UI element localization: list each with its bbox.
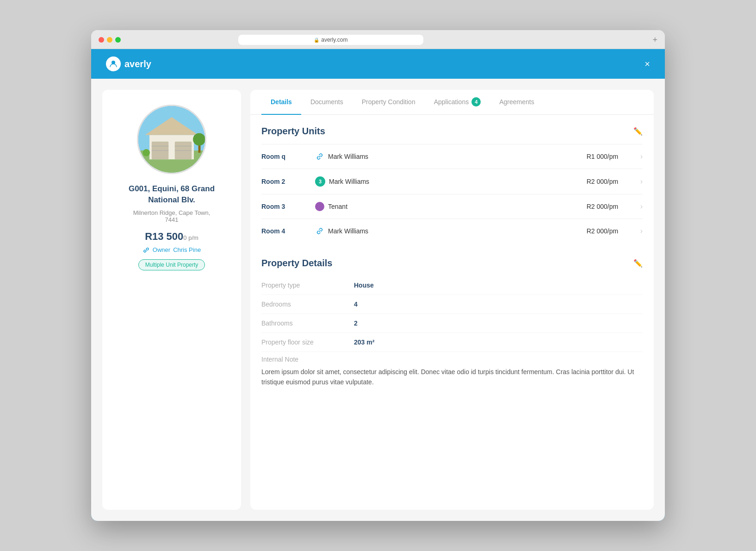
panel-content: Property Units ✏️ Room q Mark Williams: [250, 115, 654, 510]
unit-row[interactable]: Room 3 Tenant R2 000/pm ›: [261, 194, 643, 219]
units-section-title: Property Units: [261, 126, 325, 137]
tabs: Details Documents Property Condition App…: [250, 90, 654, 115]
detail-row: Bathrooms 2: [261, 314, 643, 333]
app-body: G001, Equini, 68 Grand National Blv. Mil…: [91, 79, 665, 521]
units-edit-button[interactable]: ✏️: [633, 127, 643, 136]
tenant-avatar-circle: [315, 202, 324, 211]
unit-name: Room 4: [261, 227, 308, 235]
chevron-right-icon: ›: [640, 202, 643, 211]
svg-point-12: [193, 133, 205, 146]
browser-dots: [99, 37, 121, 43]
tab-details[interactable]: Details: [261, 90, 301, 115]
unit-price: R2 000/pm: [587, 178, 633, 185]
right-panel: Details Documents Property Condition App…: [250, 90, 654, 510]
unit-row[interactable]: Room q Mark Williams R1 000/pm ›: [261, 144, 643, 169]
internal-note-label: Internal Note: [261, 356, 643, 363]
logo-text: averly: [124, 59, 151, 69]
unit-tenant: Mark Williams: [315, 226, 579, 236]
close-button[interactable]: ×: [644, 59, 650, 69]
property-badge: Multiple Unit Property: [138, 259, 205, 270]
details-edit-button[interactable]: ✏️: [633, 259, 643, 268]
property-units-section: Property Units ✏️ Room q Mark Williams: [261, 126, 643, 243]
browser-window: 🔒 averly.com + averly ×: [91, 30, 665, 521]
detail-value: 4: [354, 301, 358, 308]
unit-tenant: 3 Mark Williams: [315, 176, 579, 187]
unit-price: R2 000/pm: [587, 203, 633, 210]
details-section-header: Property Details ✏️: [261, 258, 643, 269]
unit-name: Room 2: [261, 178, 308, 185]
browser-chrome: 🔒 averly.com +: [91, 30, 665, 49]
app-container: averly ×: [91, 49, 665, 521]
unit-tenant: Mark Williams: [315, 152, 579, 161]
unit-name: Room q: [261, 153, 308, 160]
logo: averly: [106, 56, 151, 71]
chevron-right-icon: ›: [640, 152, 643, 161]
detail-row: Bedrooms 4: [261, 295, 643, 314]
dot-green[interactable]: [115, 37, 121, 43]
tab-property-condition[interactable]: Property Condition: [353, 90, 425, 115]
units-section-header: Property Units ✏️: [261, 126, 643, 137]
link-icon: [315, 152, 324, 161]
unit-name: Room 3: [261, 203, 308, 210]
unit-price: R1 000/pm: [587, 153, 633, 160]
property-image: [137, 105, 206, 174]
property-suburb: Milnerton Ridge, Cape Town, 7441: [133, 209, 211, 223]
url-text: averly.com: [321, 37, 347, 43]
app-header: averly ×: [91, 49, 665, 79]
lock-icon: 🔒: [314, 38, 319, 43]
unit-price: R2 000/pm: [587, 227, 633, 235]
new-tab-button[interactable]: +: [652, 35, 657, 45]
detail-row: Property floor size 203 m²: [261, 333, 643, 352]
detail-label: Property type: [261, 282, 354, 289]
owner-name: Chris Pine: [173, 246, 201, 253]
unit-row[interactable]: Room 2 3 Mark Williams R2 000/pm ›: [261, 169, 643, 194]
chevron-right-icon: ›: [640, 177, 643, 186]
details-section-title: Property Details: [261, 258, 332, 269]
browser-address[interactable]: 🔒 averly.com: [238, 35, 423, 45]
svg-point-13: [143, 149, 150, 156]
tab-agreements[interactable]: Agreements: [490, 90, 543, 115]
detail-label: Property floor size: [261, 338, 354, 346]
property-owner: Owner Chris Pine: [143, 246, 201, 254]
detail-value: 203 m²: [354, 338, 374, 346]
tab-documents[interactable]: Documents: [301, 90, 353, 115]
property-details-section: Property Details ✏️ Property type House …: [261, 258, 643, 388]
link-icon: [143, 246, 150, 254]
internal-note-section: Internal Note Lorem ipsum dolor sit amet…: [261, 356, 643, 388]
internal-note-text: Lorem ipsum dolor sit amet, consectetur …: [261, 367, 643, 388]
dot-yellow[interactable]: [107, 37, 112, 43]
logo-icon: [106, 56, 121, 71]
tab-applications[interactable]: Applications 4: [425, 90, 490, 115]
dot-red[interactable]: [99, 37, 104, 43]
link-icon: [315, 226, 324, 236]
details-table: Property type House Bedrooms 4 Bathrooms…: [261, 276, 643, 352]
detail-value: 2: [354, 319, 358, 327]
unit-tenant: Tenant: [315, 202, 579, 211]
unit-row[interactable]: Room 4 Mark Williams R2 000/pm ›: [261, 219, 643, 243]
detail-label: Bedrooms: [261, 301, 354, 308]
owner-label: Owner: [153, 246, 170, 253]
detail-label: Bathrooms: [261, 319, 354, 327]
detail-value: House: [354, 282, 374, 289]
detail-row: Property type House: [261, 276, 643, 295]
property-price: R13 5000 p/m: [145, 231, 198, 243]
chevron-right-icon: ›: [640, 227, 643, 235]
left-panel: G001, Equini, 68 Grand National Blv. Mil…: [102, 90, 241, 510]
tenant-avatar-badge: 3: [315, 176, 325, 187]
property-address: G001, Equini, 68 Grand National Blv.: [129, 183, 215, 206]
applications-badge: 4: [471, 97, 481, 106]
